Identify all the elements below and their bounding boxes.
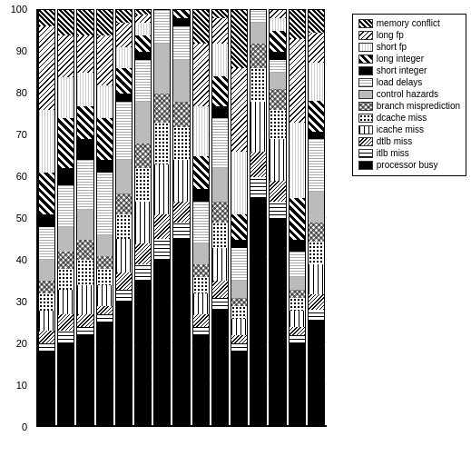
bar-group-6	[134, 9, 152, 427]
segment-dtlb-miss	[270, 181, 285, 202]
segment-short-fp	[309, 63, 324, 101]
legend-label-processor-busy: processor busy	[377, 160, 438, 170]
segment-dtlb-miss	[231, 335, 247, 343]
segment-dtlb-miss	[250, 152, 266, 177]
segment-icache-miss	[97, 285, 113, 306]
legend-swatch-short-integer	[358, 66, 373, 75]
bars-wrapper	[36, 9, 327, 427]
segment-icache-miss	[154, 164, 170, 214]
y-label-10: 10	[16, 380, 27, 391]
segment-short-integer	[212, 106, 228, 119]
stacked-bar-6	[134, 9, 152, 427]
segment-short-integer	[135, 52, 151, 60]
segment-long-integer	[193, 156, 209, 190]
segment-icache-miss	[135, 202, 151, 243]
segment-load-delays	[154, 10, 170, 44]
legend-label-branch-misp: branch misprediction	[377, 101, 460, 111]
legend-item-control-hazards: control hazards	[358, 89, 460, 99]
stacked-bar-3	[76, 9, 93, 427]
segment-short-fp	[39, 110, 54, 173]
bar-group-12	[250, 9, 267, 427]
segment-dcache-miss	[289, 298, 305, 311]
chart-container: 100 90 80 70 60 50 40 30 20 10 0 memory …	[0, 0, 471, 476]
segment-dcache-miss	[193, 277, 209, 293]
segment-memory-conflict	[212, 10, 228, 18]
segment-itlb-miss	[212, 298, 228, 311]
segment-branch-misp	[309, 223, 324, 242]
legend-swatch-load-delays	[358, 78, 373, 87]
segment-short-integer	[97, 160, 113, 173]
legend-swatch-long-integer	[358, 55, 373, 64]
segment-dcache-miss	[270, 110, 285, 139]
segment-short-fp	[135, 23, 151, 35]
segment-short-fp	[77, 73, 93, 106]
segment-long-fp	[231, 68, 247, 152]
y-label-80: 80	[16, 87, 27, 98]
segment-control-hazards	[77, 210, 93, 239]
segment-processor-busy	[289, 343, 305, 427]
segment-branch-misp	[77, 240, 93, 261]
segment-memory-conflict	[309, 10, 324, 33]
segment-dcache-miss	[135, 168, 151, 202]
segment-processor-busy	[309, 321, 324, 427]
segment-dcache-miss	[173, 127, 189, 161]
segment-icache-miss	[250, 102, 266, 152]
legend-item-branch-misp: branch misprediction	[358, 101, 460, 111]
y-label-50: 50	[16, 213, 27, 223]
segment-control-hazards	[270, 73, 285, 89]
segment-load-delays	[250, 10, 266, 23]
segment-short-integer	[270, 52, 285, 60]
segment-branch-misp	[231, 298, 247, 306]
y-axis: 100 90 80 70 60 50 40 30 20 10 0	[0, 9, 32, 427]
segment-memory-conflict	[193, 10, 209, 44]
segment-processor-busy	[250, 198, 266, 427]
legend-swatch-dtlb-miss	[358, 137, 373, 146]
segment-short-fp	[231, 152, 247, 214]
legend-swatch-long-fp	[358, 31, 373, 40]
stacked-bar-11	[231, 9, 248, 427]
stacked-bar-2	[57, 9, 74, 427]
legend-item-long-integer: long integer	[358, 54, 460, 64]
segment-long-integer	[77, 106, 93, 140]
segment-control-hazards	[250, 23, 266, 44]
segment-icache-miss	[173, 160, 189, 202]
stacked-bar-7	[153, 9, 171, 427]
y-label-30: 30	[16, 296, 27, 307]
segment-control-hazards	[116, 160, 132, 193]
segment-itlb-miss	[173, 223, 189, 239]
segment-dtlb-miss	[309, 294, 324, 310]
segment-long-fp	[309, 33, 324, 63]
segment-icache-miss	[309, 264, 324, 294]
legend-item-short-fp: short fp	[358, 42, 460, 52]
legend-label-icache-miss: icache miss	[377, 124, 424, 134]
bar-group-8	[172, 9, 190, 427]
stacked-bar-13	[269, 9, 286, 427]
legend-swatch-control-hazards	[358, 90, 373, 99]
segment-branch-misp	[270, 89, 285, 110]
segment-memory-conflict	[116, 10, 132, 23]
segment-dtlb-miss	[135, 243, 151, 264]
segment-itlb-miss	[289, 335, 305, 343]
bar-group-3	[76, 9, 93, 427]
segment-short-integer	[39, 214, 54, 227]
segment-itlb-miss	[250, 177, 266, 198]
segment-itlb-miss	[193, 327, 209, 335]
legend-label-control-hazards: control hazards	[377, 89, 438, 99]
segment-long-integer	[58, 118, 74, 168]
segment-long-fp	[289, 39, 305, 123]
segment-load-delays	[116, 102, 132, 160]
segment-dcache-miss	[309, 242, 324, 264]
segment-short-fp	[58, 77, 74, 119]
segment-itlb-miss	[77, 327, 93, 335]
segment-itlb-miss	[58, 331, 74, 343]
legend-item-long-fp: long fp	[358, 30, 460, 40]
legend-swatch-icache-miss	[358, 125, 373, 134]
legend-label-memory-conflict: memory conflict	[377, 18, 440, 28]
legend-label-long-integer: long integer	[377, 54, 424, 64]
segment-itlb-miss	[154, 239, 170, 260]
bar-group-9	[192, 9, 210, 427]
segment-memory-conflict	[289, 10, 305, 39]
segment-load-delays	[231, 248, 247, 282]
segment-memory-conflict	[58, 10, 74, 35]
segment-processor-busy	[116, 302, 132, 427]
